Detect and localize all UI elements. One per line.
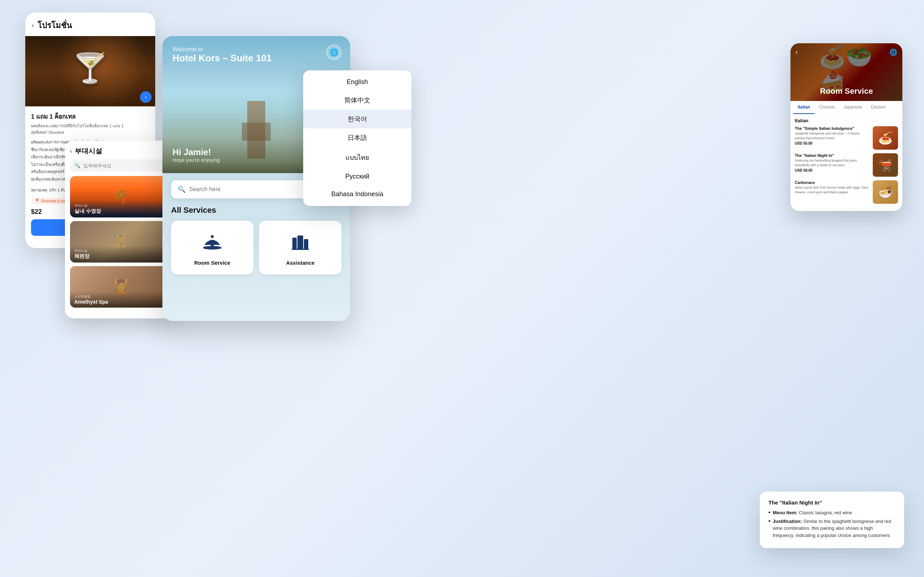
svg-rect-2 <box>211 245 214 246</box>
lang-english[interactable]: English <box>303 73 412 91</box>
tooltip-title: The "Italian Night In" <box>769 500 895 506</box>
search-icon: 🔍 <box>74 163 81 168</box>
item-1-price: USD 55.00 <box>795 141 869 145</box>
item-3-desc: Italian pasta dish from Rome made with e… <box>795 185 869 194</box>
room-service-label: Room Service <box>194 259 230 266</box>
rs-hero-title: Room Service <box>820 87 873 96</box>
hero-welcome-text: Welcome to Hotel Kors – Suite 101 <box>173 46 272 64</box>
item-3-name: Carbonara <box>795 180 869 185</box>
services-grid: Room Service Assistance <box>162 221 350 274</box>
svg-rect-4 <box>292 238 297 248</box>
item-1-image: 🍝 <box>873 126 898 150</box>
tab-dessert[interactable]: Dessert <box>867 101 890 114</box>
tab-chinese[interactable]: Chinese <box>815 101 839 114</box>
item-2-price: USD 58.00 <box>795 168 869 172</box>
tooltip-item-2: Justification: Similar to the spaghetti … <box>769 518 895 539</box>
back-icon[interactable]: ‹ <box>70 148 72 154</box>
room-service-icon <box>200 229 225 255</box>
assistance-icon <box>288 229 313 255</box>
promo-header: ‹ โปรโมชั่น <box>25 13 155 36</box>
rs-hero-image: ‹ 🌐 Room Service <box>790 43 902 101</box>
search-icon: 🔍 <box>178 185 186 193</box>
amenities-title: 부대시설 <box>75 147 102 156</box>
amenity-pool-card[interactable]: 🌴 부대시설 실내 수영장 <box>70 176 172 218</box>
lang-chinese[interactable]: 简体中文 <box>303 91 412 110</box>
tooltip-item-1: Menu Item: Classic lasagna, red wine <box>769 509 895 516</box>
services-title: All Services <box>162 206 350 215</box>
language-dropdown: English 简体中文 한국어 日本語 แบบไทย Русский Baha… <box>303 70 412 206</box>
promo-title: โปรโมชั่น <box>37 19 72 32</box>
pool-label: 부대시설 실내 수영장 <box>70 200 172 218</box>
menu-item-3[interactable]: Carbonara Italian pasta dish from Rome m… <box>795 180 898 204</box>
lang-thai[interactable]: แบบไทย <box>303 147 412 168</box>
promo-deal-title: 1 แถม 1 ค็อกเทล <box>31 111 149 121</box>
back-icon[interactable]: ‹ <box>32 22 34 29</box>
room-service-card[interactable]: Room Service <box>171 221 254 274</box>
promo-next-button[interactable]: › <box>140 91 152 103</box>
svg-point-3 <box>211 235 214 238</box>
assistance-card[interactable]: Assistance <box>259 221 341 274</box>
tab-italian[interactable]: Italian <box>793 101 815 114</box>
item-1-desc: Spaghetti bolognese and red wine – A cla… <box>795 131 869 140</box>
room-service-phone: ‹ 🌐 Room Service Italian Chinese Japanes… <box>790 43 902 211</box>
amenities-search[interactable]: 🔍 <box>70 160 172 172</box>
svg-rect-7 <box>292 248 309 250</box>
svg-rect-5 <box>297 235 303 248</box>
lang-russian[interactable]: Русский <box>303 168 412 185</box>
rs-back-icon[interactable]: ‹ <box>795 48 798 56</box>
menu-item-1[interactable]: The "Simple Italian Indulgence" Spaghett… <box>795 126 898 150</box>
rs-content: Italian The "Simple Italian Indulgence" … <box>790 114 902 211</box>
gym-label: 부대시설 체련장 <box>70 246 172 263</box>
menu-item-2[interactable]: The "Italian Night In" Featuring our bes… <box>795 153 898 177</box>
amenities-header: ‹ 부대시설 <box>65 141 177 160</box>
item-2-info: The "Italian Night In" Featuring our bes… <box>795 153 869 172</box>
item-2-name: The "Italian Night In" <box>795 153 869 158</box>
hero-greeting: Hi Jamie! Hope you're enjoying <box>173 147 220 163</box>
amenity-spa-card[interactable]: 💆 스파앤클럽 Amethyst Spa <box>70 266 172 308</box>
lang-indonesian[interactable]: Bahasa Indonesia <box>303 185 412 203</box>
spa-label: 스파앤클럽 Amethyst Spa <box>70 292 172 308</box>
lang-japanese[interactable]: 日本語 <box>303 128 412 147</box>
assistance-label: Assistance <box>286 259 314 266</box>
globe-button[interactable]: 🌐 <box>326 45 341 60</box>
lang-korean[interactable]: 한국어 <box>303 110 412 128</box>
tooltip-card: The "Italian Night In" Menu Item: Classi… <box>760 492 904 548</box>
item-3-info: Carbonara Italian pasta dish from Rome m… <box>795 180 869 195</box>
tab-japanese[interactable]: Japanese <box>839 101 867 114</box>
item-1-info: The "Simple Italian Indulgence" Spaghett… <box>795 126 869 145</box>
amenities-search-input[interactable] <box>83 163 168 168</box>
svg-rect-1 <box>205 246 220 248</box>
item-2-image: 🫕 <box>873 153 898 177</box>
svg-rect-6 <box>304 239 308 248</box>
amenity-gym-card[interactable]: 🏋️ 부대시설 체련장 <box>70 221 172 263</box>
item-1-name: The "Simple Italian Indulgence" <box>795 126 869 131</box>
amenities-phone: ‹ 부대시설 🔍 🌴 부대시설 실내 수영장 🏋️ 부대시설 체련장 💆 스파앤… <box>65 141 177 318</box>
promo-hero-image: › <box>25 36 155 106</box>
rs-tabs: Italian Chinese Japanese Dessert <box>790 101 902 114</box>
rs-section-title: Italian <box>795 118 898 123</box>
item-3-image: 🍜 <box>873 180 898 204</box>
rs-globe-icon[interactable]: 🌐 <box>889 48 897 56</box>
item-2-desc: Featuring our bestselling lasagna that p… <box>795 158 869 167</box>
promo-subtitle: ผลผลิตและเหตุการณ์ที่มีกับโปรโมชั่นค็อกเ… <box>31 122 149 135</box>
